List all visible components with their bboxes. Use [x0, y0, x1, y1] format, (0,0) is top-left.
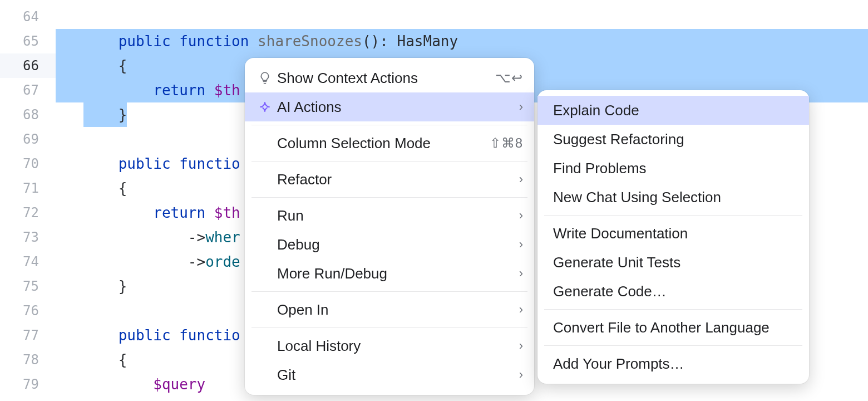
line-number[interactable]: 65: [0, 29, 56, 53]
line-number[interactable]: 68: [0, 102, 56, 127]
menu-item-label: Write Documentation: [553, 225, 798, 242]
menu-item-label: Explain Code: [553, 102, 798, 119]
arrow: ->: [188, 229, 205, 246]
context-menu-item[interactable]: Show Context Actions⌥↩: [245, 63, 534, 92]
context-menu: Show Context Actions⌥↩AI Actions›Column …: [245, 58, 534, 395]
menu-item-label: Refactor: [275, 171, 519, 188]
submenu-item[interactable]: Convert File to Another Language: [537, 313, 809, 342]
submenu-item[interactable]: Generate Code…: [537, 277, 809, 306]
menu-item-label: Local History: [275, 338, 519, 355]
chevron-right-icon: ›: [519, 368, 523, 382]
line-number[interactable]: 71: [0, 176, 56, 200]
method-call: wher: [205, 229, 240, 246]
menu-item-label: Add Your Prompts…: [553, 355, 798, 373]
context-menu-item[interactable]: Column Selection Mode⇧⌘8: [245, 129, 534, 158]
line-number[interactable]: 75: [0, 274, 56, 299]
line-number[interactable]: 67: [0, 78, 56, 102]
context-menu-item[interactable]: More Run/Debug›: [245, 259, 534, 288]
line-number[interactable]: 77: [0, 323, 56, 348]
submenu-item[interactable]: Find Problems: [537, 154, 809, 183]
chevron-right-icon: ›: [519, 339, 523, 353]
submenu-item[interactable]: Generate Unit Tests: [537, 248, 809, 277]
menu-separator: [251, 197, 527, 198]
menu-item-shortcut: ⌥↩: [495, 70, 523, 86]
menu-item-label: Show Context Actions: [275, 70, 495, 87]
keyword: return: [153, 82, 205, 99]
line-number[interactable]: 74: [0, 250, 56, 274]
arrow: ->: [188, 253, 205, 270]
keyword: public: [119, 33, 171, 50]
menu-item-label: Open In: [275, 301, 519, 319]
submenu-item[interactable]: Write Documentation: [537, 219, 809, 248]
code-line[interactable]: [56, 4, 868, 29]
brace: }: [119, 106, 127, 123]
context-menu-item[interactable]: AI Actions›: [245, 92, 534, 121]
ai-actions-submenu: Explain CodeSuggest RefactoringFind Prob…: [537, 90, 809, 384]
code-line[interactable]: public function shareSnoozes(): HasMany: [56, 29, 868, 53]
colon: :: [379, 33, 397, 50]
line-number[interactable]: 78: [0, 348, 56, 372]
brace: {: [119, 180, 127, 197]
menu-separator: [251, 161, 527, 162]
parens: (): [362, 33, 379, 50]
brace: {: [119, 351, 127, 368]
chevron-right-icon: ›: [519, 172, 523, 187]
menu-separator: [544, 215, 802, 216]
menu-item-label: Generate Unit Tests: [553, 254, 798, 271]
keyword: public: [119, 155, 171, 172]
function-name: shareSnoozes: [258, 33, 362, 50]
keyword: function: [179, 33, 249, 50]
context-menu-item[interactable]: Run›: [245, 201, 534, 230]
line-number[interactable]: 69: [0, 127, 56, 151]
menu-item-label: Run: [275, 207, 519, 224]
variable: $th: [214, 204, 240, 221]
line-number-gutter: 64 65 66 67 68 69 70 71 72 73 74 75 76 7…: [0, 0, 56, 401]
chevron-right-icon: ›: [519, 266, 523, 281]
menu-item-label: More Run/Debug: [275, 265, 519, 282]
variable: $query: [153, 376, 205, 393]
keyword: functio: [179, 327, 240, 344]
menu-item-label: Debug: [275, 236, 519, 253]
menu-item-label: Generate Code…: [553, 283, 798, 300]
line-number[interactable]: 76: [0, 299, 56, 323]
menu-item-label: New Chat Using Selection: [553, 189, 798, 206]
keyword: functio: [179, 155, 240, 172]
menu-item-label: Column Selection Mode: [275, 135, 490, 152]
variable: $th: [214, 82, 240, 99]
context-menu-item[interactable]: Local History›: [245, 331, 534, 360]
bulb-icon: [255, 71, 275, 85]
line-number[interactable]: 72: [0, 200, 56, 225]
line-number[interactable]: 64: [0, 4, 56, 29]
menu-item-label: AI Actions: [275, 99, 519, 116]
submenu-item[interactable]: Suggest Refactoring: [537, 125, 809, 154]
submenu-item[interactable]: New Chat Using Selection: [537, 183, 809, 212]
context-menu-item[interactable]: Git›: [245, 360, 534, 389]
chevron-right-icon: ›: [519, 302, 523, 317]
menu-separator: [544, 345, 802, 346]
chevron-right-icon: ›: [519, 208, 523, 223]
menu-item-label: Convert File to Another Language: [553, 319, 798, 336]
menu-item-label: Git: [275, 366, 519, 384]
submenu-item[interactable]: Add Your Prompts…: [537, 349, 809, 378]
line-number-current[interactable]: 66: [0, 53, 56, 78]
menu-separator: [544, 309, 802, 310]
menu-separator: [251, 125, 527, 125]
chevron-right-icon: ›: [519, 100, 523, 114]
menu-item-label: Find Problems: [553, 160, 798, 177]
context-menu-item[interactable]: Debug›: [245, 230, 534, 259]
return-type: HasMany: [397, 33, 458, 50]
keyword: public: [119, 327, 171, 344]
line-number[interactable]: 73: [0, 225, 56, 250]
keyword: return: [153, 204, 205, 221]
ai-icon: [255, 100, 275, 114]
line-number[interactable]: 70: [0, 151, 56, 176]
menu-separator: [251, 291, 527, 292]
submenu-item[interactable]: Explain Code: [537, 96, 809, 125]
menu-separator: [251, 327, 527, 328]
menu-item-label: Suggest Refactoring: [553, 131, 798, 148]
context-menu-item[interactable]: Open In›: [245, 295, 534, 324]
menu-item-shortcut: ⇧⌘8: [490, 135, 523, 151]
line-number[interactable]: 79: [0, 372, 56, 397]
brace: }: [119, 278, 127, 295]
context-menu-item[interactable]: Refactor›: [245, 165, 534, 194]
